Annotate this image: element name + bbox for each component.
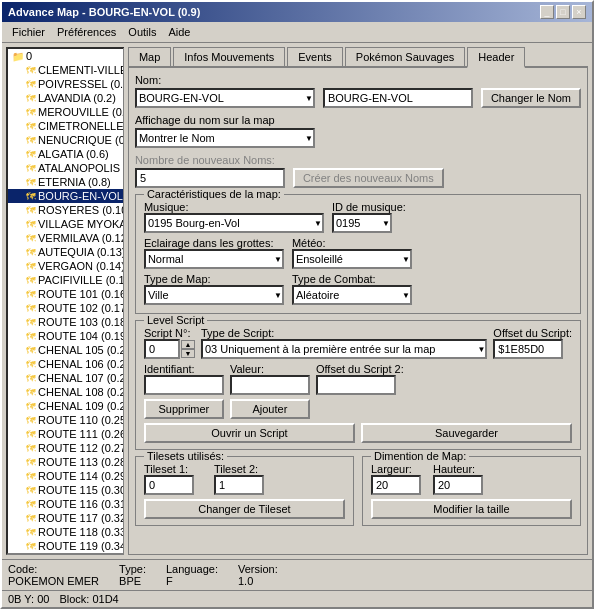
tab-infos-mouvements[interactable]: Infos Mouvements (173, 47, 285, 66)
script-n-up-button[interactable]: ▲ (181, 340, 195, 349)
sidebar-item[interactable]: 🗺AUTEQUIA (0.13) (8, 245, 123, 259)
changer-nom-button[interactable]: Changer le Nom (481, 88, 581, 108)
sidebar-item[interactable]: 🗺VERMILAVA (0.12) (8, 231, 123, 245)
script-n-down-button[interactable]: ▼ (181, 349, 195, 358)
close-button[interactable]: × (572, 5, 586, 19)
tab-map[interactable]: Map (128, 47, 171, 66)
level-script-title: Level Script (144, 314, 207, 326)
sidebar-item[interactable]: 🗺PACIFIVILLE (0.15) (8, 273, 123, 287)
id-musique-select[interactable]: 0195 (332, 213, 392, 233)
valeur-input[interactable] (230, 375, 310, 395)
sidebar-item-label: VILLAGE MYOKARA (0.11) (38, 218, 123, 230)
menu-fichier[interactable]: Fichier (6, 24, 51, 40)
sidebar-item[interactable]: 🗺ROUTE 104 (0.19) (8, 329, 123, 343)
sidebar-item[interactable]: 🗺ROUTE 102 (0.17) (8, 301, 123, 315)
changer-tileset-button[interactable]: Changer de Tileset (144, 499, 345, 519)
menu-preferences[interactable]: Préférences (51, 24, 122, 40)
menu-aide[interactable]: Aide (162, 24, 196, 40)
sidebar-item[interactable]: 🗺ROUTE 120 (0.35) (8, 553, 123, 555)
map-icon: 🗺 (26, 149, 36, 160)
map-icon: 🗺 (26, 191, 36, 202)
affichage-select[interactable]: Montrer le Nom (135, 128, 315, 148)
nom-select[interactable]: BOURG-EN-VOL (135, 88, 315, 108)
sidebar-item[interactable]: 🗺ROUTE 116 (0.31) (8, 497, 123, 511)
offset2-input[interactable] (316, 375, 396, 395)
sidebar-item[interactable]: 🗺ROUTE 115 (0.30) (8, 483, 123, 497)
sidebar-item[interactable]: 🗺ROUTE 114 (0.29) (8, 469, 123, 483)
script-n-input[interactable] (144, 339, 180, 359)
eclairage-label: Eclairage dans les grottes: (144, 237, 284, 249)
tab-header[interactable]: Header (467, 47, 525, 68)
sidebar-item[interactable]: 🗺CHENAL 109 (0.24) (8, 399, 123, 413)
sidebar-item[interactable]: 🗺POIVRESSEL (0.1) (8, 77, 123, 91)
sidebar-item-label: ROUTE 110 (0.25) (38, 414, 123, 426)
sidebar-item[interactable]: 🗺ROUTE 110 (0.25) (8, 413, 123, 427)
sidebar-item[interactable]: 🗺CIMETRONELLE (0.4) (8, 119, 123, 133)
map-icon: 🗺 (26, 345, 36, 356)
tileset2-col: Tileset 2: (214, 463, 264, 495)
ouvrir-script-button[interactable]: Ouvrir un Script (144, 423, 355, 443)
sauvegarder-button[interactable]: Sauvegarder (361, 423, 572, 443)
sidebar-item[interactable]: 🗺CLEMENTI-VILLE (0.0) (8, 63, 123, 77)
sidebar-item[interactable]: 🗺ROSYERES (0.10) (8, 203, 123, 217)
sidebar-item[interactable]: 🗺LAVANDIA (0.2) (8, 91, 123, 105)
nb-noms-input[interactable] (135, 168, 285, 188)
map-icon: 🗺 (26, 513, 36, 524)
map-icon: 🗺 (26, 429, 36, 440)
sidebar-item[interactable]: 🗺VILLAGE MYOKARA (0.11) (8, 217, 123, 231)
nom-input[interactable] (323, 88, 473, 108)
type-script-col: Type de Script: 03 Uniquement à la premi… (201, 327, 487, 359)
sidebar-item[interactable]: 🗺CHENAL 106 (0.21) (8, 357, 123, 371)
tileset1-input[interactable] (144, 475, 194, 495)
modifier-taille-button[interactable]: Modifier la taille (371, 499, 572, 519)
sidebar-item-label: CHENAL 105 (0.20) (38, 344, 123, 356)
sidebar-item[interactable]: 🗺ROUTE 119 (0.34) (8, 539, 123, 553)
tab-events[interactable]: Events (287, 47, 343, 66)
map-icon: 🗺 (26, 359, 36, 370)
sidebar-item-label: MEROUVILLE (0.3) (38, 106, 123, 118)
sidebar-item[interactable]: 🗺NENUCRIQUE (0.5) (8, 133, 123, 147)
sidebar-item[interactable]: 🗺ROUTE 117 (0.32) (8, 511, 123, 525)
offset-input[interactable] (493, 339, 563, 359)
sidebar-item[interactable]: 🗺CHENAL 107 (0.22) (8, 371, 123, 385)
sidebar-item[interactable]: 🗺ROUTE 103 (0.18) (8, 315, 123, 329)
offset-label: Offset du Script: (493, 327, 572, 339)
eclairage-select[interactable]: Normal (144, 249, 284, 269)
largeur-input[interactable] (371, 475, 421, 495)
type-combat-select[interactable]: Aléatoire (292, 285, 412, 305)
ajouter-button[interactable]: Ajouter (230, 399, 310, 419)
tab-pokemon-sauvages[interactable]: Pokémon Sauvages (345, 47, 465, 66)
type-script-select[interactable]: 03 Uniquement à la première entrée sur l… (201, 339, 487, 359)
type-map-select[interactable]: Ville (144, 285, 284, 305)
supprimer-button[interactable]: Supprimer (144, 399, 224, 419)
sidebar-item[interactable]: 🗺BOURG-EN-VOL (0.9) (8, 189, 123, 203)
affichage-label: Affichage du nom sur la map (135, 114, 581, 126)
sidebar-item[interactable]: 🗺ETERNIA (0.8) (8, 175, 123, 189)
sidebar-item[interactable]: 🗺ROUTE 118 (0.33) (8, 525, 123, 539)
menu-outils[interactable]: Outils (122, 24, 162, 40)
sidebar-item[interactable]: 🗺ALGATIA (0.6) (8, 147, 123, 161)
identifiant-input[interactable] (144, 375, 224, 395)
sidebar-item[interactable]: 🗺CHENAL 108 (0.23) (8, 385, 123, 399)
sidebar-item[interactable]: 🗺ROUTE 101 (0.16) (8, 287, 123, 301)
minimize-button[interactable]: _ (540, 5, 554, 19)
sidebar-item[interactable]: 🗺VERGAON (0.14) (8, 259, 123, 273)
tileset2-input[interactable] (214, 475, 264, 495)
sidebar-item-label: CLEMENTI-VILLE (0.0) (38, 64, 123, 76)
sidebar-item-label: ROUTE 112 (0.27) (38, 442, 123, 454)
maximize-button[interactable]: □ (556, 5, 570, 19)
map-list[interactable]: 📁 0 🗺CLEMENTI-VILLE (0.0)🗺POIVRESSEL (0.… (6, 47, 124, 555)
valeur-label: Valeur: (230, 363, 310, 375)
sidebar-item[interactable]: 🗺MEROUVILLE (0.3) (8, 105, 123, 119)
sidebar-root[interactable]: 📁 0 (8, 49, 123, 63)
sidebar-item[interactable]: 🗺ROUTE 112 (0.27) (8, 441, 123, 455)
meteo-select[interactable]: Ensoleillé (292, 249, 412, 269)
hauteur-input[interactable] (433, 475, 483, 495)
sidebar-item[interactable]: 🗺ROUTE 111 (0.26) (8, 427, 123, 441)
creer-noms-button[interactable]: Créer des nouveaux Noms (293, 168, 444, 188)
sidebar-item[interactable]: 🗺ATALANOPOLIS (0.7) (8, 161, 123, 175)
map-icon: 🗺 (26, 135, 36, 146)
sidebar-item[interactable]: 🗺CHENAL 105 (0.20) (8, 343, 123, 357)
sidebar-item[interactable]: 🗺ROUTE 113 (0.28) (8, 455, 123, 469)
musique-select[interactable]: 0195 Bourg-en-Vol (144, 213, 324, 233)
